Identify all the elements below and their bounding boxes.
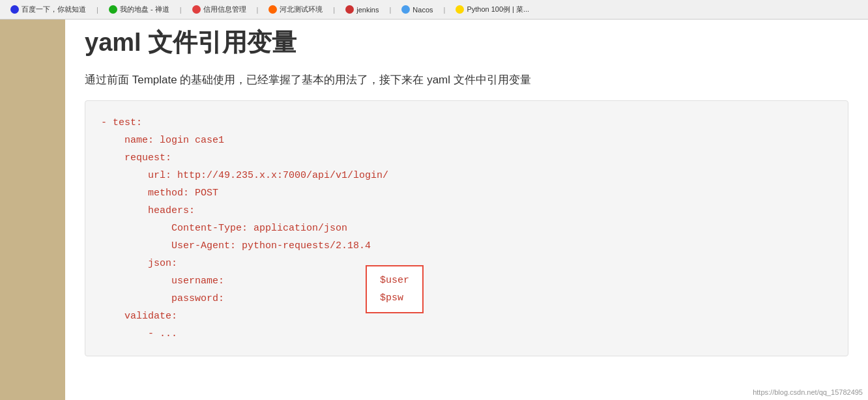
code-line-10: username: bbox=[101, 272, 832, 290]
code-line-8: User-Agent: python-requests/2.18.4 bbox=[101, 237, 832, 255]
tab-divider-5: | bbox=[388, 6, 392, 14]
tooltip-line-user: $user bbox=[380, 272, 409, 289]
favicon-credit bbox=[192, 5, 201, 14]
tab-python[interactable]: Python 100例 | 菜... bbox=[450, 3, 534, 16]
code-line-1: - test: bbox=[101, 114, 832, 132]
code-line-5: method: POST bbox=[101, 184, 832, 202]
tab-divider-1: | bbox=[95, 6, 100, 14]
tooltip-line-psw: $psw bbox=[380, 289, 409, 307]
tab-yunpan[interactable]: 我的地盘 - 禅道 bbox=[104, 3, 175, 16]
code-block: - test: name: login case1 request: url: … bbox=[85, 100, 848, 356]
tab-divider-2: | bbox=[179, 6, 183, 14]
code-line-4: url: http://49.235.x.x:7000/api/v1/login… bbox=[101, 167, 832, 184]
tab-jenkins[interactable]: jenkins bbox=[340, 3, 384, 16]
favicon-yunpan bbox=[109, 5, 117, 14]
page-title: yaml 文件引用变量 bbox=[85, 26, 848, 59]
tab-jenkins-label: jenkins bbox=[356, 6, 379, 14]
tab-python-label: Python 100例 | 菜... bbox=[467, 5, 529, 14]
sidebar bbox=[0, 20, 65, 400]
favicon-nacos bbox=[401, 5, 410, 14]
code-line-3: request: bbox=[101, 149, 832, 167]
tab-nacos-label: Nacos bbox=[412, 6, 433, 14]
tab-baidu[interactable]: 百度一下，你就知道 bbox=[5, 3, 91, 16]
tab-credit-label: 信用信息管理 bbox=[203, 5, 246, 14]
tooltip-box: $user $psw bbox=[366, 265, 424, 313]
code-line-11: password: bbox=[101, 290, 832, 307]
description-text: 通过前面 Template 的基础使用，已经掌握了基本的用法了，接下来在 yam… bbox=[85, 71, 848, 89]
code-line-12: validate: bbox=[101, 307, 832, 325]
code-line-6: headers: bbox=[101, 202, 832, 220]
tab-divider-3: | bbox=[255, 6, 260, 14]
watermark: https://blog.csdn.net/qq_15782495 bbox=[753, 388, 863, 396]
tab-divider-4: | bbox=[332, 6, 336, 14]
tab-baidu-label: 百度一下，你就知道 bbox=[22, 5, 86, 14]
favicon-hebei bbox=[268, 5, 277, 14]
code-line-13: - ... bbox=[101, 325, 832, 343]
tab-yunpan-label: 我的地盘 - 禅道 bbox=[120, 5, 169, 14]
browser-toolbar: 百度一下，你就知道 | 我的地盘 - 禅道 | 信用信息管理 | 河北测试环境 … bbox=[0, 0, 868, 20]
favicon-baidu bbox=[10, 5, 19, 14]
main-area: yaml 文件引用变量 通过前面 Template 的基础使用，已经掌握了基本的… bbox=[0, 20, 868, 400]
code-line-9: json: bbox=[101, 255, 832, 272]
tab-hebei-label: 河北测试环境 bbox=[280, 5, 323, 14]
tab-hebei[interactable]: 河北测试环境 bbox=[263, 3, 328, 16]
favicon-jenkins bbox=[345, 5, 354, 14]
tab-divider-6: | bbox=[442, 6, 447, 14]
tab-credit[interactable]: 信用信息管理 bbox=[187, 3, 252, 16]
favicon-python bbox=[456, 5, 464, 14]
tab-nacos[interactable]: Nacos bbox=[396, 3, 438, 16]
code-line-7: Content-Type: application/json bbox=[101, 220, 832, 237]
code-line-2: name: login case1 bbox=[101, 132, 832, 149]
content-area: yaml 文件引用变量 通过前面 Template 的基础使用，已经掌握了基本的… bbox=[65, 20, 868, 400]
